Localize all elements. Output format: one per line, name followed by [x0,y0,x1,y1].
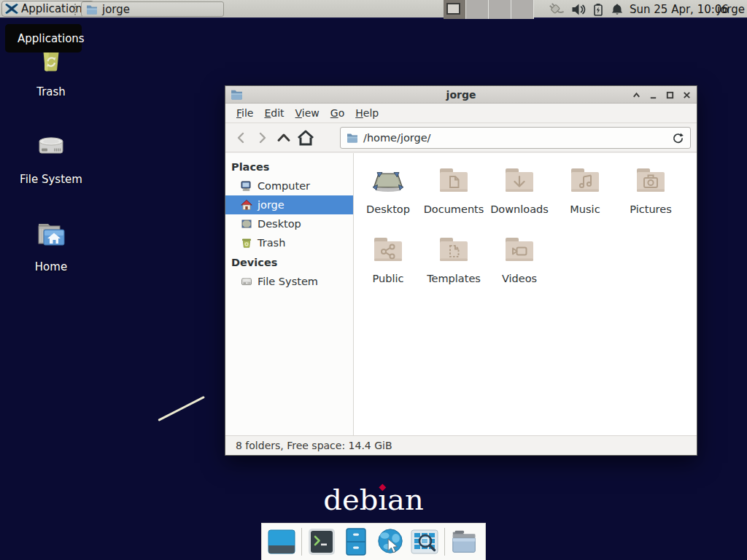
back-button[interactable] [231,128,252,148]
sidebar: Places Computer [225,153,354,435]
wordmark-pre: deb [323,483,378,516]
web-browser-icon [376,526,405,557]
folder-label: Public [355,273,421,284]
places-header: Places [225,157,353,176]
workspace-4[interactable] [511,0,534,19]
folder-item-downloads[interactable]: Downloads [487,163,552,232]
folder-item-music[interactable]: Music [552,163,618,232]
menu-view[interactable]: View [290,104,325,122]
folder-label: Templates [421,273,487,284]
desktop-icon-label: Trash [15,85,88,98]
menubar: File Edit View Go Help [225,104,697,123]
path-folder-icon [347,133,358,143]
desktop-root: Applications jorge [0,0,747,560]
xfce-applications-icon [5,2,18,15]
documents-folder-icon [436,163,471,198]
workspace-2[interactable] [466,0,489,19]
menu-edit[interactable]: Edit [259,104,289,122]
window-controls [631,86,692,104]
applications-menu-button[interactable]: Applications [1,1,94,17]
notifications-bell-icon[interactable] [611,3,624,16]
path-text[interactable]: /home/jorge/ [363,132,672,144]
dock-file-manager-button[interactable] [341,527,371,556]
system-tray [547,0,624,19]
dock-directory-menu-button[interactable] [450,527,479,556]
power-plug-icon[interactable] [547,1,565,18]
folder-item-desktop[interactable]: Desktop [355,163,421,232]
folder-item-documents[interactable]: Documents [421,163,487,232]
sidebar-item-computer[interactable]: Computer [225,176,353,195]
hard-drive-icon [34,129,69,164]
volume-icon[interactable] [571,3,586,16]
up-button[interactable] [274,128,294,148]
downloads-folder-icon [502,163,537,198]
home-button[interactable] [295,128,316,148]
workspace-window-thumb [446,3,460,15]
folder-item-public[interactable]: Public [355,232,421,301]
file-cabinet-icon [341,527,371,556]
panel-clock[interactable]: Sun 25 Apr, 10:06 [630,0,729,19]
forward-icon [255,131,269,145]
home-folder-icon [34,217,69,252]
pictures-folder-icon [633,163,668,198]
menu-file[interactable]: File [231,104,258,122]
folder-view[interactable]: Desktop Documents [354,153,697,435]
taskbar-window-button[interactable]: jorge [81,1,224,17]
window-titlebar[interactable]: jorge [225,86,697,104]
wordmark-post: an [387,483,424,516]
top-panel: Applications jorge [0,0,747,19]
sidebar-item-trash[interactable]: Trash [225,233,353,252]
folder-item-videos[interactable]: Videos [487,232,552,301]
dock-separator [444,528,445,556]
statusbar-text: 8 folders, Free space: 14.4 GiB [236,440,392,451]
folder-label: Downloads [487,203,552,215]
computer-icon [241,180,252,192]
menu-go[interactable]: Go [325,104,349,122]
desktop-icon-label: File System [15,173,88,186]
menu-help[interactable]: Help [350,104,384,122]
workspace-1[interactable] [444,0,466,19]
videos-folder-icon [502,232,537,267]
trash-small-icon [241,237,252,249]
home-icon [297,130,314,146]
panel-username[interactable]: jorge [717,0,745,19]
window-title: jorge [225,89,697,101]
desktop-scratch-mark [158,396,205,421]
toolbar: /home/jorge/ [225,123,697,152]
debian-wordmark: debıan [323,483,423,516]
folder-label: Videos [487,273,552,284]
shade-button[interactable] [631,90,642,101]
dock-show-desktop-button[interactable] [267,527,296,556]
workspace-switcher [444,0,537,19]
sidebar-item-file-system[interactable]: File System [225,272,353,291]
window-body: Places Computer [225,153,697,435]
application-finder-icon [410,527,439,556]
sidebar-item-label: jorge [258,199,285,211]
reload-icon[interactable] [672,132,684,144]
sidebar-item-desktop[interactable]: Desktop [225,214,353,233]
close-button[interactable] [681,90,692,101]
workspace-3[interactable] [489,0,511,19]
dock-application-finder-button[interactable] [410,527,439,556]
dock-terminal-button[interactable] [307,527,336,556]
dock-web-browser-button[interactable] [376,527,405,556]
folder-item-templates[interactable]: Templates [421,232,487,301]
forward-button[interactable] [252,128,272,148]
maximize-button[interactable] [665,90,676,101]
sidebar-item-jorge[interactable]: jorge [225,195,353,214]
desktop-icon-home[interactable]: Home [15,217,88,273]
sidebar-item-label: Computer [258,180,310,192]
minimize-button[interactable] [648,90,659,101]
battery-charging-icon[interactable] [592,3,604,16]
terminal-icon [307,527,336,556]
devices-header: Devices [225,252,353,272]
folder-label: Documents [421,203,487,215]
desktop-icon-label: Home [15,260,88,273]
folder-item-pictures[interactable]: Pictures [618,163,684,232]
desktop-icon-file-system[interactable]: File System [15,129,88,186]
back-icon [234,131,249,145]
tasklist-handle[interactable] [74,4,79,15]
folder-grid: Desktop Documents [355,163,691,301]
folder-icon [86,4,98,15]
path-bar[interactable]: /home/jorge/ [340,127,691,149]
